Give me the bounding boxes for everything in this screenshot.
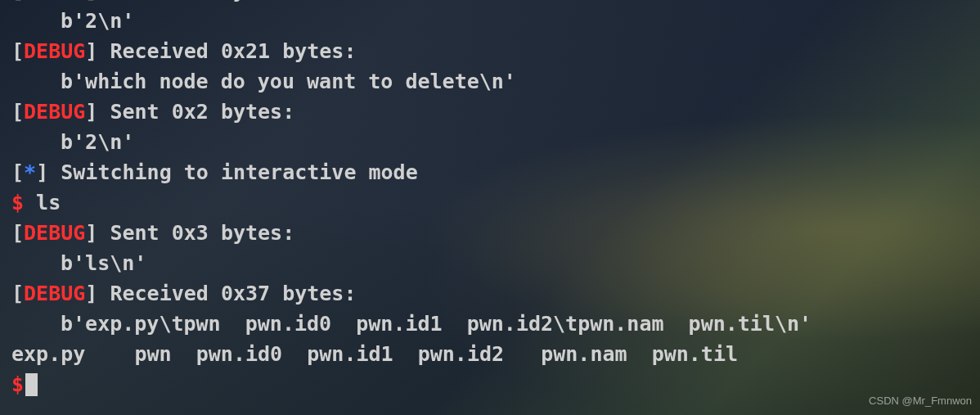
output-line: [DEBUG] Received 0x37 bytes: [11, 278, 969, 309]
debug-tag: DEBUG [24, 100, 85, 124]
debug-tag: DEBUG [24, 282, 85, 305]
cursor-icon [25, 373, 38, 396]
watermark-text: CSDN @Mr_Fmnwon [869, 393, 972, 408]
log-text: b'ls\n' [61, 251, 146, 275]
bracket: [ [11, 39, 24, 63]
command-text: ls [24, 191, 61, 214]
log-text: b'which node do you want to delete\n' [61, 70, 516, 93]
output-line: exp.py pwn pwn.id0 pwn.id1 pwn.id2 pwn.n… [11, 339, 969, 369]
star-tag: * [24, 160, 36, 184]
ls-output: exp.py pwn pwn.id0 pwn.id1 pwn.id2 pwn.n… [11, 342, 738, 366]
terminal-output[interactable]: [DEBUG] Sent 0x2 bytes: b'2\n' [DEBUG] R… [0, 0, 980, 399]
debug-tag: DEBUG [24, 0, 85, 2]
output-line: [*] Switching to interactive mode [11, 157, 969, 187]
bracket: [ [11, 100, 24, 124]
output-line: [DEBUG] Sent 0x3 bytes: [11, 218, 969, 248]
log-text: b'exp.py\tpwn pwn.id0 pwn.id1 pwn.id2\tp… [61, 312, 811, 336]
debug-tag: DEBUG [24, 221, 85, 245]
output-line: [DEBUG] Sent 0x2 bytes: [11, 97, 969, 127]
prompt-line[interactable]: $ ls [11, 187, 969, 218]
log-text: ] Sent 0x3 bytes: [85, 221, 294, 245]
bracket: [ [11, 0, 24, 2]
log-text: ] Received 0x37 bytes: [85, 282, 356, 305]
output-line: b'ls\n' [11, 248, 969, 278]
log-text: b'2\n' [61, 9, 134, 33]
log-text: ] Sent 0x2 bytes: [85, 0, 294, 2]
prompt-dollar: $ [11, 372, 24, 396]
bracket: [ [11, 221, 24, 245]
output-line: b'2\n' [11, 6, 969, 36]
output-line: b'exp.py\tpwn pwn.id0 pwn.id1 pwn.id2\tp… [11, 309, 969, 339]
log-text: ] Sent 0x2 bytes: [85, 100, 294, 124]
bracket: [ [11, 282, 24, 305]
log-text: ] Switching to interactive mode [36, 160, 418, 184]
prompt-dollar: $ [11, 191, 24, 214]
bracket: [ [11, 160, 24, 184]
output-line-partial: [DEBUG] Sent 0x2 bytes: [11, 0, 969, 6]
output-line: [DEBUG] Received 0x21 bytes: [11, 36, 969, 66]
output-line: b'which node do you want to delete\n' [11, 66, 969, 97]
log-text: ] Received 0x21 bytes: [85, 39, 356, 63]
output-line: b'2\n' [11, 127, 969, 157]
prompt-line[interactable]: $ [11, 369, 969, 399]
debug-tag: DEBUG [24, 39, 85, 63]
log-text: b'2\n' [61, 130, 134, 154]
